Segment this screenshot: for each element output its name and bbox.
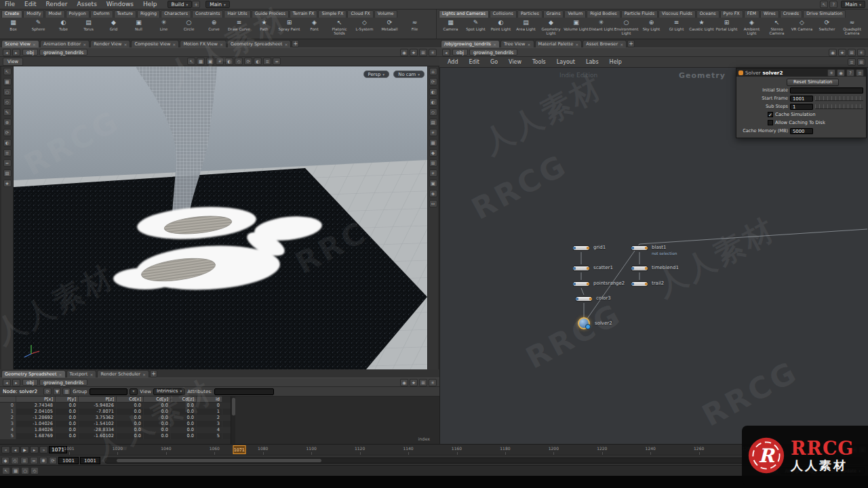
close-icon[interactable]: × [142,372,146,377]
add-tab-button[interactable]: + [292,40,299,47]
camera-selector[interactable]: No cam ▾ [393,70,425,78]
lighting-icon[interactable]: ☀ [429,129,437,136]
wireframe-icon[interactable]: ◇ [235,58,243,65]
gear-icon[interactable]: ✳ [429,379,437,386]
measure-icon[interactable]: ≡ [263,58,271,65]
network-menu-help[interactable]: Help [604,58,627,66]
hand-icon[interactable]: ▦ [3,78,12,85]
start-frame-slider[interactable] [815,96,863,101]
cache-memory-field[interactable]: 5000 [790,128,813,134]
play-button[interactable]: ▶ [20,446,29,453]
audio-icon[interactable]: ≈ [30,457,38,464]
cache-simulation-checkbox[interactable]: ✓ [768,112,773,117]
pane-tab-render-view[interactable]: Render View× [90,40,130,47]
message-icon[interactable]: ↖ [2,467,10,474]
intrinsics-dropdown[interactable]: Intrinsics ▾ [153,388,185,395]
info-icon[interactable]: ★ [3,180,12,187]
node-timeblend1[interactable] [631,266,648,271]
allow-caching-checkbox[interactable] [768,120,773,125]
jump-start-button[interactable]: « [1,446,10,453]
persp-ortho-icon[interactable]: ◐ [429,88,437,96]
shelf-tool-spray-paint[interactable]: ⊞Spray Paint [277,18,302,38]
shelf-tab-fem[interactable]: FEM [744,10,760,18]
lighting-icon[interactable]: ☀ [216,58,224,65]
node-grid1[interactable] [573,245,589,251]
shelf-tab-particles[interactable]: Particles [517,10,542,18]
shelf-tool-gi-light[interactable]: ≡GI Light [664,18,689,38]
flipbook-icon[interactable]: ▣ [429,180,437,187]
pane-tab-geometry-spreadsheet[interactable]: Geometry Spreadsheet× [1,370,66,378]
close-icon[interactable]: × [528,42,531,47]
shelf-tool-font[interactable]: ◈Font [302,18,327,38]
shelf-tab-deform[interactable]: Deform [90,10,113,18]
shelf-tab-guide-process[interactable]: Guide Process [252,10,289,18]
pane-tab-motion-fx-view[interactable]: Motion FX View× [180,40,226,47]
shelf-tab-cloud-fx[interactable]: Cloud FX [347,10,373,18]
breadcrumb-obj[interactable]: obj [22,49,38,56]
table-row[interactable]: 3-1.040260.0-1.541020.00.00.03 [0,421,231,427]
move-icon[interactable]: ○ [3,88,12,96]
pin-icon[interactable]: ◉ [829,49,837,56]
column-header-id[interactable]: id [197,396,222,403]
handles-icon[interactable]: ⊕ [3,119,12,126]
dialog-header[interactable]: Solver solver2 ✳◉?≡ [736,68,866,77]
keyframe-icon[interactable]: ◆ [1,457,9,464]
scope-icon[interactable]: ≡ [20,457,28,464]
shelf-tool-portal-light[interactable]: ⊞Portal Light [714,18,739,38]
pane-tab-composite-view[interactable]: Composite View× [131,40,179,47]
next-frame-button[interactable]: ▸ [30,446,39,453]
shelf-tool-metaball[interactable]: ⟳Metaball [377,18,402,38]
shelf-tab-collisions[interactable]: Collisions [490,10,517,18]
close-icon[interactable]: × [123,42,127,47]
layout-icon[interactable]: ⊞ [419,379,427,386]
main-desktop-selector[interactable]: Main ▾ [205,1,230,8]
gear-icon[interactable]: ✳ [857,49,865,56]
menu-icon[interactable]: ≡ [856,69,864,77]
close-icon[interactable]: × [83,42,86,47]
shelf-tab-lights-and-cameras[interactable]: Lights and Cameras [439,10,489,18]
pane-tab-render-scheduler[interactable]: Render Scheduler× [97,370,149,378]
shelf-tool-volume-light[interactable]: ▣Volume Light [564,18,589,38]
camera-icon[interactable]: ▣ [206,58,214,65]
scale-icon[interactable]: ✎ [3,108,12,116]
shelf-tool-quadsplit-camera[interactable]: ≈Quadsplit Camera [840,18,865,38]
pane-tab-asset-browser[interactable]: Asset Browser× [583,40,627,47]
menu-edit[interactable]: Edit [20,0,41,9]
breadcrumb-growing-tendrils[interactable]: growing_tendrils [469,49,517,56]
cook-icon[interactable]: ▦ [12,467,20,474]
right-main-selector[interactable]: Main ▾ [841,1,865,8]
range-start-field[interactable]: 1001 [58,457,79,464]
shelf-tab-particle-fluids[interactable]: Particle Fluids [621,10,658,18]
menu-icon[interactable]: ≡ [848,58,856,66]
node-blast1[interactable] [631,245,648,251]
snap-icon[interactable]: ↖ [187,58,195,65]
shelf-tool-tube[interactable]: ◐Tube [51,18,76,38]
shelf-tool-circle[interactable]: ○Circle [176,18,201,38]
table-row[interactable]: 12.041050.0-7.80710.00.00.01 [0,409,231,415]
shelf-tool-distant-light[interactable]: ✳Distant Light [589,18,614,38]
shelf-tab-vellum[interactable]: Vellum [564,10,586,18]
close-icon[interactable]: × [493,42,496,47]
desktops-icon[interactable]: ↖ [820,1,828,8]
close-icon[interactable]: × [220,42,223,47]
refresh-icon[interactable]: ⟳ [43,388,52,395]
back-icon[interactable]: ◂ [442,49,450,56]
shelf-tab-polygon[interactable]: Polygon [66,10,90,18]
close-icon[interactable]: × [575,42,578,47]
columns-icon[interactable]: ▥ [62,388,71,395]
shelf-tab-oceans[interactable]: Oceans [696,10,719,18]
shelf-tool-sphere[interactable]: ✎Sphere [26,18,51,38]
network-menu-layout[interactable]: Layout [551,58,580,66]
perspective-view-selector[interactable]: Persp ▾ [363,70,389,78]
view-tab[interactable]: View [3,58,23,66]
pane-tab-scene-view[interactable]: Scene View× [1,40,39,47]
pin-icon[interactable]: ◉ [400,379,408,386]
shelf-tool-grid[interactable]: ◆Grid [101,18,126,38]
shelf-tab-model[interactable]: Model [45,10,64,18]
column-header-p-y[interactable]: P[y] [56,396,79,403]
column-header-index[interactable] [0,396,16,403]
network-menu-tools[interactable]: Tools [527,58,551,66]
settings-icon[interactable]: ≈ [273,58,281,65]
rotate-icon[interactable]: ◇ [3,98,12,106]
shelf-tool-torus[interactable]: ▤Torus [76,18,101,38]
